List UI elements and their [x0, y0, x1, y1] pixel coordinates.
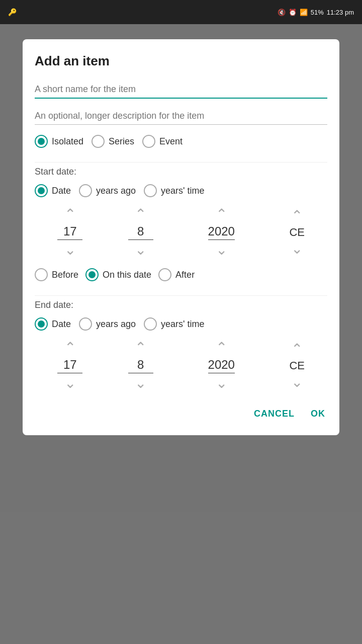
start-radio-years-ago-circle[interactable] — [79, 184, 92, 197]
end-year-column: ⌃ 2020 ⌄ — [191, 341, 251, 390]
start-era-value: CE — [289, 226, 305, 239]
end-year-up[interactable]: ⌃ — [216, 341, 227, 355]
radio-event-circle[interactable] — [142, 135, 155, 148]
radio-series-label: Series — [109, 136, 134, 147]
start-radio-date-label: Date — [52, 186, 71, 196]
end-month-down[interactable]: ⌄ — [135, 376, 146, 390]
start-before[interactable]: Before — [35, 268, 78, 281]
end-radio-years-time-label: years' time — [161, 319, 204, 330]
start-before-circle[interactable] — [35, 268, 48, 281]
key-icon: 🔑 — [8, 8, 17, 16]
end-radio-years-time-circle[interactable] — [144, 317, 157, 331]
end-radio-date[interactable]: Date — [35, 317, 71, 331]
end-date-label: End date: — [35, 300, 327, 310]
end-era-down[interactable]: ⌄ — [291, 375, 303, 389]
start-year-up[interactable]: ⌃ — [216, 207, 227, 221]
start-on-this-date-circle[interactable] — [85, 268, 99, 281]
start-month-column: ⌃ 8 ⌄ — [121, 207, 161, 257]
start-radio-date-circle[interactable] — [35, 184, 48, 197]
end-era-value: CE — [289, 359, 305, 372]
start-era-column: ⌃ CE ⌄ — [282, 209, 312, 256]
start-on-this-date[interactable]: On this date — [85, 268, 151, 281]
end-radio-years-ago[interactable]: years ago — [79, 317, 136, 331]
end-month-up[interactable]: ⌃ — [135, 341, 146, 355]
end-month-value: 8 — [128, 358, 153, 373]
end-era-column: ⌃ CE ⌄ — [282, 342, 312, 389]
item-name-input[interactable] — [35, 81, 327, 99]
start-after[interactable]: After — [158, 268, 195, 281]
start-radio-years-time[interactable]: years' time — [144, 184, 204, 197]
end-day-down[interactable]: ⌄ — [64, 376, 76, 390]
alarm-icon: ⏰ — [289, 9, 297, 16]
end-radio-years-ago-label: years ago — [96, 319, 136, 330]
start-on-this-date-label: On this date — [103, 270, 151, 280]
start-day-up[interactable]: ⌃ — [64, 207, 76, 221]
dialog-title: Add an item — [35, 53, 327, 69]
radio-series-circle[interactable] — [92, 135, 105, 148]
end-date-picker: ⌃ 17 ⌄ ⌃ 8 ⌄ ⌃ 2020 ⌄ ⌃ CE ⌄ — [35, 341, 327, 390]
start-day-value: 17 — [57, 224, 82, 240]
ok-button[interactable]: OK — [309, 405, 327, 423]
start-day-column: ⌃ 17 ⌄ — [50, 207, 90, 257]
cancel-button[interactable]: CANCEL — [252, 405, 297, 423]
end-day-column: ⌃ 17 ⌄ — [50, 341, 90, 390]
end-day-up[interactable]: ⌃ — [64, 341, 76, 355]
start-year-value: 2020 — [208, 224, 235, 240]
radio-isolated-circle[interactable] — [35, 135, 48, 148]
radio-event-label: Event — [159, 136, 183, 147]
radio-isolated-label: Isolated — [52, 136, 83, 147]
end-radio-years-ago-circle[interactable] — [79, 317, 92, 331]
end-era-up[interactable]: ⌃ — [291, 342, 303, 356]
start-after-circle[interactable] — [158, 268, 171, 281]
battery-text: 51% — [311, 9, 324, 16]
end-radio-date-label: Date — [52, 319, 71, 330]
divider-1 — [35, 162, 327, 163]
radio-isolated[interactable]: Isolated — [35, 135, 83, 148]
start-radio-years-ago[interactable]: years ago — [79, 184, 136, 197]
end-radio-date-circle[interactable] — [35, 317, 48, 331]
end-date-type-group: Date years ago years' time — [35, 317, 327, 331]
start-year-column: ⌃ 2020 ⌄ — [191, 207, 251, 257]
start-date-label: Start date: — [35, 167, 327, 177]
end-year-down[interactable]: ⌄ — [216, 376, 227, 390]
start-day-down[interactable]: ⌄ — [64, 243, 76, 257]
radio-event[interactable]: Event — [142, 135, 183, 148]
mute-icon: 🔇 — [278, 9, 286, 16]
radio-series[interactable]: Series — [92, 135, 134, 148]
start-after-label: After — [175, 270, 195, 280]
item-type-group: Isolated Series Event — [35, 135, 327, 148]
end-year-value: 2020 — [208, 358, 235, 373]
item-description-input[interactable] — [35, 108, 327, 125]
start-era-up[interactable]: ⌃ — [291, 209, 303, 223]
start-year-down[interactable]: ⌄ — [216, 243, 227, 257]
end-radio-years-time[interactable]: years' time — [144, 317, 204, 331]
end-month-column: ⌃ 8 ⌄ — [121, 341, 161, 390]
start-date-picker: ⌃ 17 ⌄ ⌃ 8 ⌄ ⌃ 2020 ⌄ ⌃ CE ⌄ — [35, 207, 327, 257]
start-month-down[interactable]: ⌄ — [135, 243, 146, 257]
wifi-icon: 📶 — [300, 9, 308, 16]
start-radio-years-time-label: years' time — [161, 186, 204, 196]
end-day-value: 17 — [57, 358, 82, 373]
start-radio-years-time-circle[interactable] — [144, 184, 157, 197]
time-display: 11:23 pm — [327, 9, 354, 16]
start-era-down[interactable]: ⌄ — [291, 242, 303, 256]
start-month-value: 8 — [128, 224, 153, 240]
start-radio-years-ago-label: years ago — [96, 186, 136, 196]
start-precision-group: Before On this date After — [35, 268, 327, 281]
dialog-overlay: Add an item Isolated Series Event Start … — [0, 24, 362, 644]
start-month-up[interactable]: ⌃ — [135, 207, 146, 221]
divider-2 — [35, 295, 327, 296]
add-item-dialog: Add an item Isolated Series Event Start … — [23, 39, 339, 435]
start-radio-date[interactable]: Date — [35, 184, 71, 197]
start-before-label: Before — [52, 270, 78, 280]
dialog-footer: CANCEL OK — [35, 394, 327, 435]
status-bar: 🔑 🔇 ⏰ 📶 51% 11:23 pm — [0, 0, 362, 24]
start-date-type-group: Date years ago years' time — [35, 184, 327, 197]
